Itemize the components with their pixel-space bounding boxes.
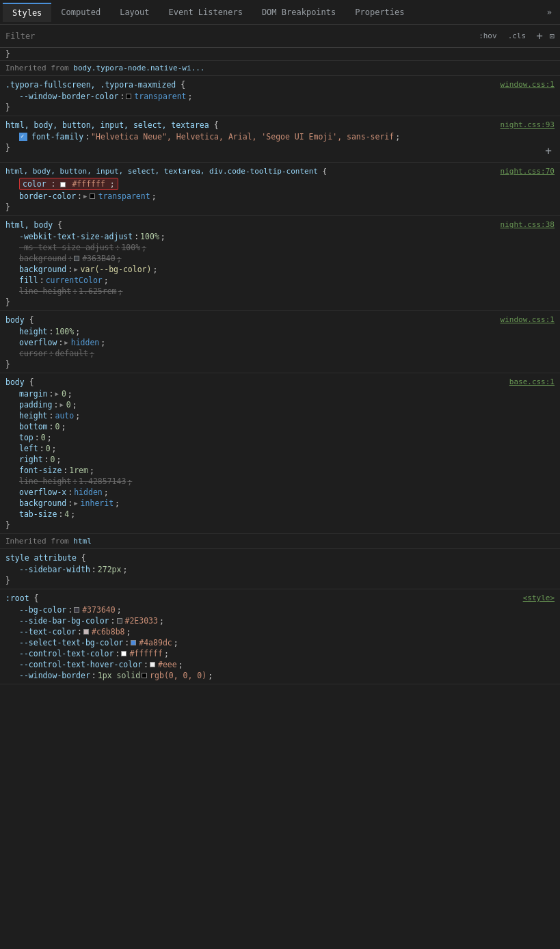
add-style-button[interactable]: + [533, 29, 546, 42]
property-control-text-hover: --control-text-hover-color : #eee ; [0, 659, 560, 670]
css-block-header-night38: html, body { night.css:38 [0, 219, 560, 231]
expand-arrow-bg[interactable]: ▶ [74, 266, 77, 273]
selector-typora-fullscreen: .typora-fullscreen, .typora-maxmized { [5, 80, 185, 90]
selector-html-body-night70: html, body, button, input, select, texta… [5, 167, 327, 176]
selector-body-base1: body { [5, 377, 34, 387]
tab-properties[interactable]: Properties [345, 3, 414, 21]
css-block-night38: html, body { night.css:38 -webkit-text-s… [0, 216, 560, 311]
more-tabs-button[interactable]: » [542, 5, 557, 20]
expand-arrow-overflow[interactable]: ▶ [64, 339, 68, 346]
css-block-header-body-window1: body { window.css:1 [0, 314, 560, 326]
css-block-header-night70: html, body, button, input, select, texta… [0, 165, 560, 177]
source-night-css-38[interactable]: night.css:38 [501, 220, 555, 229]
add-property-button[interactable]: + [542, 143, 555, 159]
closing-brace: } [0, 297, 560, 308]
tab-dom-breakpoints[interactable]: DOM Breakpoints [252, 3, 345, 21]
closing-brace: } [0, 202, 560, 213]
tab-styles[interactable]: Styles [3, 3, 51, 22]
selector-html-body-night38: html, body { [5, 220, 62, 230]
css-block-header-body-base1: body { base.css:1 [0, 376, 560, 388]
color-swatch-window-border[interactable] [142, 673, 147, 678]
property-window-border: --window-border : 1px solid rgb(0, 0, 0)… [0, 670, 560, 681]
css-block-header-night93: html, body, button, input, select, texta… [0, 119, 560, 131]
color-swatch-hover[interactable] [150, 662, 155, 667]
filter-bar: :hov .cls + ⊡ [0, 25, 560, 48]
css-block-body-base1: body { base.css:1 margin : ▶ 0 ; padding… [0, 373, 560, 534]
source-style[interactable]: <style> [523, 593, 555, 602]
hov-button[interactable]: :hov [475, 29, 501, 42]
closing-brace: } [0, 575, 560, 586]
source-night-css-93[interactable]: night.css:93 [501, 120, 555, 129]
property-margin: margin : ▶ 0 ; [0, 388, 560, 399]
css-block-header: .typora-fullscreen, .typora-maxmized { w… [0, 79, 560, 91]
property-border-color: border-color : ▶ transparent ; [0, 191, 560, 202]
property-right: right : 0 ; [0, 454, 560, 465]
property-fill: fill : currentColor ; [0, 275, 560, 286]
color-swatch[interactable] [126, 94, 131, 99]
color-swatch-select[interactable] [131, 640, 136, 645]
css-block-header-root: :root { <style> [0, 592, 560, 604]
tab-event-listeners[interactable]: Event Listeners [159, 3, 252, 21]
color-swatch-control[interactable] [121, 651, 126, 656]
closing-brace: } [0, 520, 560, 531]
filter-input[interactable] [5, 31, 471, 41]
property-font-size-1rem: font-size : 1rem ; [0, 465, 560, 476]
expand-arrow-margin[interactable]: ▶ [55, 390, 58, 397]
property-line-height-night38: line-height : 1.625rem ; [0, 286, 560, 297]
property-cursor-default: cursor : default ; [0, 348, 560, 359]
property-background-var: background : ▶ var(--bg-color) ; [0, 264, 560, 275]
property-background-inherit: background : ▶ inherit ; [0, 498, 560, 509]
selector-html-body-night93: html, body, button, input, select, texta… [5, 120, 219, 130]
css-block-night93: html, body, button, input, select, texta… [0, 116, 560, 163]
property-top: top : 0 ; [0, 432, 560, 443]
inherited-body-selector[interactable]: body.typora-node.native-wi... [73, 64, 204, 72]
source-window-css-1[interactable]: window.css:1 [501, 80, 555, 89]
css-block-window1: .typora-fullscreen, .typora-maxmized { w… [0, 76, 560, 116]
inherited-html-selector[interactable]: html [73, 537, 92, 546]
selector-body-window1: body { [5, 315, 34, 325]
cls-button[interactable]: .cls [505, 29, 530, 42]
styles-panel: } Inherited from body.typora-node.native… [0, 48, 560, 949]
property-color-highlighted: color : #ffffff ; [0, 177, 560, 191]
tab-layout[interactable]: Layout [110, 3, 159, 21]
property-overflow-x: overflow-x : hidden ; [0, 487, 560, 498]
closing-brace: } [0, 102, 560, 113]
tab-computed[interactable]: Computed [51, 3, 110, 21]
source-night-css-70[interactable]: night.css:70 [501, 167, 555, 176]
color-swatch-border[interactable] [90, 193, 95, 199]
closing-brace: } + [0, 142, 560, 159]
expand-arrow-bg-inherit[interactable]: ▶ [74, 500, 77, 507]
color-swatch-363b40[interactable] [74, 256, 79, 261]
expand-arrow[interactable]: ▶ [83, 193, 87, 200]
property-tab-size: tab-size : 4 ; [0, 509, 560, 520]
selector-root: :root { [5, 593, 38, 603]
property-sidebar-width: --sidebar-width : 272px ; [0, 564, 560, 575]
source-window-css-body-1[interactable]: window.css:1 [501, 315, 555, 324]
property-line-height-base: line-height : 1.42857143 ; [0, 476, 560, 487]
property-background-363b40: background : #363B40 ; [0, 253, 560, 264]
inherited-from-html: Inherited from html [0, 534, 560, 549]
color-swatch-white[interactable] [60, 182, 66, 187]
property-font-family: font-family : "Helvetica Neue", Helvetic… [0, 131, 560, 142]
property-height-100: height : 100% ; [0, 326, 560, 337]
color-swatch-text[interactable] [83, 629, 89, 634]
inherited-from-body: Inherited from body.typora-node.native-w… [0, 61, 560, 76]
closing-brace: } [0, 359, 560, 370]
css-block-style-attr: style attribute { --sidebar-width : 272p… [0, 549, 560, 589]
color-swatch-sidebar[interactable] [117, 618, 122, 624]
source-base-css-1[interactable]: base.css:1 [509, 377, 555, 386]
property-checkbox[interactable] [19, 133, 27, 141]
css-block-header-style-attr: style attribute { [0, 552, 560, 564]
css-block-body-window1: body { window.css:1 height : 100% ; over… [0, 311, 560, 373]
toggle-icon[interactable]: ⊡ [550, 31, 555, 41]
expand-arrow-padding[interactable]: ▶ [59, 401, 63, 408]
property-bg-color: --bg-color : #373640 ; [0, 604, 560, 615]
property-text-color: --text-color : #c6b8b8 ; [0, 626, 560, 637]
css-block-night70: html, body, button, input, select, texta… [0, 163, 560, 216]
color-swatch-bg[interactable] [74, 607, 79, 613]
property-window-border-color: --window-border-color : transparent ; [0, 91, 560, 102]
property-overflow-hidden: overflow : ▶ hidden ; [0, 337, 560, 348]
property-ms-text-size: -ms-text-size-adjust : 100% ; [0, 242, 560, 253]
css-block-root: :root { <style> --bg-color : #373640 ; -… [0, 589, 560, 684]
highlighted-property[interactable]: color : #ffffff ; [19, 178, 118, 190]
